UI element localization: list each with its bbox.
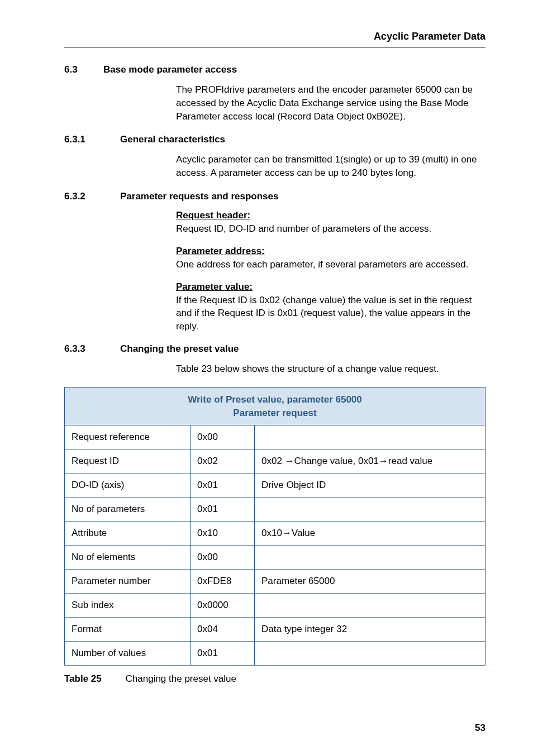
cell-value: 0x00	[191, 546, 255, 570]
table-body: Request reference0x00Request ID0x020x02 …	[65, 425, 486, 666]
subheading: Parameter address:	[176, 246, 486, 257]
subheading: Parameter value:	[176, 281, 486, 293]
running-header: Acyclic Parameter Data	[64, 31, 486, 47]
cell-name: Parameter number	[65, 570, 191, 594]
cell-description	[255, 594, 486, 618]
section-number: 6.3	[64, 64, 103, 75]
cell-name: Request reference	[65, 425, 191, 449]
cell-name: No of elements	[65, 546, 191, 570]
cell-description	[255, 546, 486, 570]
table-row: Parameter number0xFDE8Parameter 65000	[65, 570, 486, 594]
section-title: Changing the preset value	[120, 343, 239, 355]
section-body: Table 23 below shows the structure of a …	[176, 362, 486, 376]
cell-name: Format	[65, 618, 191, 642]
table-row: No of parameters0x01	[65, 497, 486, 521]
section-title: Parameter requests and responses	[120, 191, 278, 202]
cell-value: 0x0000	[191, 594, 255, 618]
cell-value: 0xFDE8	[191, 570, 255, 594]
cell-value: 0x01	[191, 642, 255, 666]
caption-text: Changing the preset value	[126, 673, 236, 684]
cell-description	[255, 425, 486, 449]
sub-body: Request ID, DO-ID and number of paramete…	[176, 223, 431, 234]
cell-description	[255, 497, 486, 521]
section-title: General characteristics	[120, 134, 225, 145]
table-header: Write of Preset value, parameter 65000 P…	[65, 387, 486, 425]
sub-body: If the Request ID is 0x02 (change value)…	[176, 295, 472, 332]
cell-name: No of parameters	[65, 497, 191, 521]
section-6-3-2: 6.3.2 Parameter requests and responses	[64, 191, 486, 202]
cell-description: Parameter 65000	[255, 570, 486, 594]
section-number: 6.3.1	[64, 134, 120, 145]
cell-description: 0x02 →Change value, 0x01→read value	[255, 449, 486, 473]
page-number: 53	[475, 722, 486, 734]
table-row: Request reference0x00	[65, 425, 486, 449]
table-header-line1: Write of Preset value, parameter 65000	[188, 394, 362, 405]
section-number: 6.3.3	[64, 343, 120, 355]
section-body: The PROFIdrive parameters and the encode…	[176, 83, 486, 123]
section-6-3: 6.3 Base mode parameter access	[64, 64, 486, 75]
table-row: Number of values0x01	[65, 642, 486, 666]
cell-value: 0x01	[191, 473, 255, 497]
request-header-block: Request header: Request ID, DO-ID and nu…	[176, 210, 486, 236]
caption-label: Table 25	[64, 673, 123, 684]
table-header-line2: Parameter request	[233, 408, 316, 418]
section-6-3-3: 6.3.3 Changing the preset value	[64, 343, 486, 355]
cell-name: Sub index	[65, 594, 191, 618]
section-title: Base mode parameter access	[103, 64, 237, 75]
cell-description	[255, 642, 486, 666]
table-caption: Table 25 Changing the preset value	[64, 673, 486, 685]
table-row: No of elements0x00	[65, 546, 486, 570]
section-6-3-1: 6.3.1 General characteristics	[64, 134, 486, 145]
cell-value: 0x10	[191, 521, 255, 546]
subheading: Request header:	[176, 210, 486, 221]
section-body: Acyclic parameter can be transmitted 1(s…	[176, 153, 486, 180]
cell-value: 0x01	[191, 497, 255, 521]
table-row: DO-ID (axis)0x01Drive Object ID	[65, 473, 486, 497]
parameter-address-block: Parameter address: One address for each …	[176, 246, 486, 271]
preset-value-table: Write of Preset value, parameter 65000 P…	[64, 387, 486, 666]
table-row: Sub index0x0000	[65, 594, 486, 618]
table-row: Format0x04Data type integer 32	[65, 618, 486, 642]
cell-name: Number of values	[65, 642, 191, 666]
parameter-value-block: Parameter value: If the Request ID is 0x…	[176, 281, 486, 333]
sub-body: One address for each parameter, if sever…	[176, 259, 468, 270]
table-row: Attribute0x100x10→Value	[65, 521, 486, 546]
cell-value: 0x00	[191, 425, 255, 449]
cell-description: Drive Object ID	[255, 473, 486, 497]
section-number: 6.3.2	[64, 191, 120, 202]
cell-value: 0x04	[191, 618, 255, 642]
cell-name: DO-ID (axis)	[65, 473, 191, 497]
cell-description: 0x10→Value	[255, 521, 486, 546]
cell-description: Data type integer 32	[255, 618, 486, 642]
cell-name: Request ID	[65, 449, 191, 473]
table-row: Request ID0x020x02 →Change value, 0x01→r…	[65, 449, 486, 473]
cell-value: 0x02	[191, 449, 255, 473]
cell-name: Attribute	[65, 521, 191, 546]
